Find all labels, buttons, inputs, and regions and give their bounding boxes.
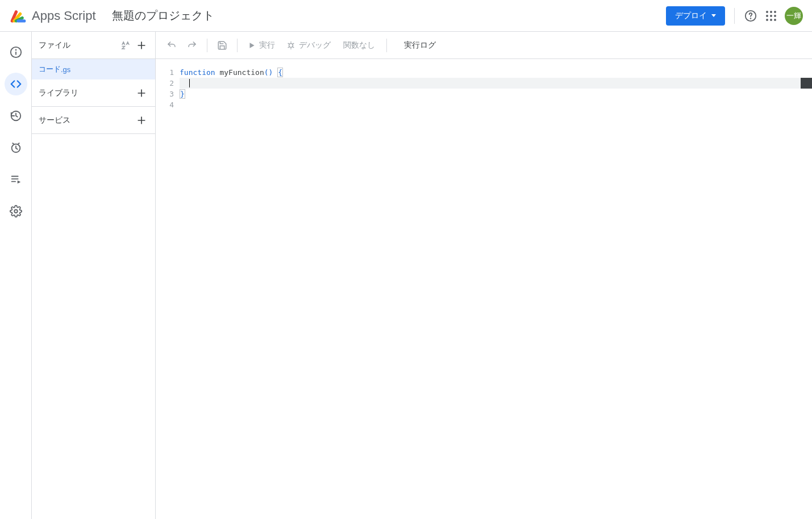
nav-executions[interactable] <box>5 168 27 191</box>
line-number: 3 <box>156 89 174 99</box>
help-button[interactable] <box>744 9 757 23</box>
svg-marker-19 <box>250 43 255 48</box>
clock-icon <box>10 141 22 154</box>
nav-editor[interactable] <box>5 73 27 95</box>
divider <box>207 39 207 52</box>
account-avatar[interactable]: 一輝 <box>785 7 803 25</box>
line-number: 2 <box>156 78 174 89</box>
files-section-header: ファイル <box>32 32 155 59</box>
plus-icon <box>136 40 147 51</box>
svg-line-23 <box>288 43 289 44</box>
function-dropdown-label: 関数なし <box>343 40 375 49</box>
library-label: ライブラリ <box>39 88 78 98</box>
history-icon <box>10 110 22 122</box>
gear-icon <box>10 205 22 217</box>
library-section-header: ライブラリ <box>32 79 155 107</box>
google-apps-button[interactable] <box>764 9 778 23</box>
undo-icon <box>166 40 177 51</box>
debug-label: デバッグ <box>299 40 331 51</box>
services-section-header: サービス <box>32 107 155 134</box>
nav-triggers[interactable] <box>5 136 27 159</box>
editor-toolbar: 実行 デバッグ 関数なし 実行ログ <box>156 32 812 59</box>
save-icon <box>217 40 227 51</box>
svg-marker-11 <box>17 181 20 184</box>
files-label: ファイル <box>39 40 70 51</box>
add-service-button[interactable] <box>135 114 148 127</box>
redo-icon <box>187 40 197 51</box>
run-button[interactable]: 実行 <box>243 38 280 53</box>
svg-point-20 <box>289 43 293 47</box>
line-number: 1 <box>156 67 174 78</box>
line-gutter: 1 2 3 4 <box>156 67 180 519</box>
nav-history[interactable] <box>5 104 27 127</box>
divider <box>386 39 387 52</box>
file-name: コード <box>39 64 61 74</box>
plus-icon <box>136 87 147 99</box>
code-line[interactable] <box>180 78 812 89</box>
deploy-button-label: デプロイ <box>675 11 707 21</box>
run-label: 実行 <box>259 40 275 51</box>
svg-point-12 <box>14 210 18 213</box>
add-file-button[interactable] <box>135 39 148 52</box>
sort-az-icon <box>120 40 131 51</box>
code-line[interactable]: } <box>180 89 812 99</box>
avatar-text: 一輝 <box>786 11 801 21</box>
svg-point-4 <box>15 49 16 50</box>
text-cursor <box>189 79 190 87</box>
add-library-button[interactable] <box>135 86 148 100</box>
sidebar: ファイル コード.gs ライブラリ サービス <box>32 32 156 519</box>
svg-line-24 <box>293 43 294 44</box>
undo-button[interactable] <box>163 36 181 55</box>
svg-point-1 <box>751 18 751 19</box>
save-button[interactable] <box>213 36 231 55</box>
svg-line-7 <box>18 143 19 144</box>
apps-script-logo-icon <box>9 7 27 25</box>
exec-log-label: 実行ログ <box>404 40 436 49</box>
divider <box>237 39 238 52</box>
file-item[interactable]: コード.gs <box>32 59 155 79</box>
file-ext: .gs <box>61 65 70 74</box>
divider <box>734 8 735 24</box>
line-number: 4 <box>156 99 174 110</box>
chevron-down-icon <box>711 14 716 17</box>
deploy-button[interactable]: デプロイ <box>666 6 725 26</box>
play-icon <box>248 41 256 49</box>
code-icon <box>10 78 22 90</box>
nav-rail <box>0 32 32 519</box>
product-name: Apps Script <box>32 9 96 23</box>
svg-line-26 <box>293 47 294 47</box>
nav-settings[interactable] <box>5 200 27 223</box>
nav-overview[interactable] <box>5 41 27 64</box>
code-editor[interactable]: 1 2 3 4 function myFunction() { } <box>156 59 812 519</box>
main-area: 実行 デバッグ 関数なし 実行ログ 1 2 3 4 function myFu <box>156 32 812 519</box>
playlist-icon <box>10 173 22 186</box>
app-header: Apps Script 無題のプロジェクト デプロイ 一輝 <box>0 0 812 32</box>
code-area[interactable]: function myFunction() { } <box>180 67 812 519</box>
project-title[interactable]: 無題のプロジェクト <box>112 8 214 23</box>
redo-button[interactable] <box>183 36 201 55</box>
info-icon <box>10 46 22 58</box>
exec-log-button[interactable]: 実行ログ <box>397 38 443 53</box>
svg-line-6 <box>12 143 14 144</box>
debug-button[interactable]: デバッグ <box>282 38 335 53</box>
function-dropdown[interactable]: 関数なし <box>338 38 381 53</box>
product-logo[interactable]: Apps Script <box>9 7 96 25</box>
sort-files-button[interactable] <box>119 39 132 52</box>
code-line[interactable] <box>180 99 812 110</box>
apps-grid-icon <box>766 11 776 21</box>
debug-icon <box>286 41 295 50</box>
plus-icon <box>136 115 147 126</box>
services-label: サービス <box>39 115 70 125</box>
help-icon <box>744 10 757 22</box>
code-line[interactable]: function myFunction() { <box>180 67 812 78</box>
svg-line-25 <box>288 47 289 47</box>
